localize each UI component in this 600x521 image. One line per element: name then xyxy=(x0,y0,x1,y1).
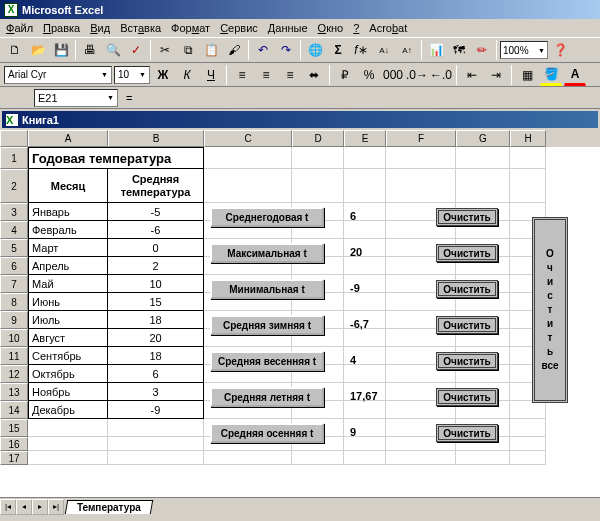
cell-H16[interactable] xyxy=(510,437,546,451)
cell-B4[interactable]: -6 xyxy=(108,221,204,239)
cell-E4[interactable] xyxy=(344,221,386,239)
cell-C2[interactable] xyxy=(204,169,292,203)
cell-H1[interactable] xyxy=(510,147,546,169)
sheet-tab[interactable]: Температура xyxy=(65,500,153,514)
cell-B6[interactable]: 2 xyxy=(108,257,204,275)
cell-B8[interactable]: 15 xyxy=(108,293,204,311)
cell-D17[interactable] xyxy=(292,451,344,465)
spell-icon[interactable]: ✓ xyxy=(125,39,147,61)
cell-F2[interactable] xyxy=(386,169,456,203)
calc-button-2[interactable]: Минимальная t xyxy=(210,279,324,299)
col-E[interactable]: E xyxy=(344,130,386,147)
menu-tools[interactable]: Сервис xyxy=(220,22,258,34)
help-icon[interactable]: ❓ xyxy=(549,39,571,61)
clear-button-5[interactable]: Очистить xyxy=(436,388,498,406)
cell-G2[interactable] xyxy=(456,169,510,203)
row-head-9[interactable]: 9 xyxy=(0,311,28,329)
dec-decimal-icon[interactable]: ←.0 xyxy=(430,64,452,86)
row-head-6[interactable]: 6 xyxy=(0,257,28,275)
hyperlink-icon[interactable]: 🌐 xyxy=(304,39,326,61)
name-box[interactable]: E21▼ xyxy=(34,89,118,107)
cell-A3[interactable]: Январь xyxy=(28,203,108,221)
new-icon[interactable]: 🗋 xyxy=(4,39,26,61)
cell-B13[interactable]: 3 xyxy=(108,383,204,401)
fx-icon[interactable]: f∗ xyxy=(350,39,372,61)
row-head-13[interactable]: 13 xyxy=(0,383,28,401)
cell-H15[interactable] xyxy=(510,419,546,437)
merge-icon[interactable]: ⬌ xyxy=(303,64,325,86)
cell-B14[interactable]: -9 xyxy=(108,401,204,419)
col-A[interactable]: A xyxy=(28,130,108,147)
cell-A5[interactable]: Март xyxy=(28,239,108,257)
tab-next-icon[interactable]: ▸ xyxy=(32,499,48,515)
row-head-10[interactable]: 10 xyxy=(0,329,28,347)
cell-A12[interactable]: Октябрь xyxy=(28,365,108,383)
cell-H17[interactable] xyxy=(510,451,546,465)
col-H[interactable]: H xyxy=(510,130,546,147)
menu-acrobat[interactable]: Acrobat xyxy=(369,22,407,34)
cell-C17[interactable] xyxy=(204,451,292,465)
cell-B16[interactable] xyxy=(108,437,204,451)
cell-E14[interactable] xyxy=(344,401,386,419)
save-icon[interactable]: 💾 xyxy=(50,39,72,61)
row-head-17[interactable]: 17 xyxy=(0,451,28,465)
row-head-11[interactable]: 11 xyxy=(0,347,28,365)
row-head-15[interactable]: 15 xyxy=(0,419,28,437)
bold-icon[interactable]: Ж xyxy=(152,64,174,86)
zoom-combo[interactable]: 100%▼ xyxy=(500,41,548,59)
tab-last-icon[interactable]: ▸| xyxy=(48,499,64,515)
paste-icon[interactable]: 📋 xyxy=(200,39,222,61)
cell-B17[interactable] xyxy=(108,451,204,465)
select-all-corner[interactable] xyxy=(0,130,28,147)
col-D[interactable]: D xyxy=(292,130,344,147)
cell-B5[interactable]: 0 xyxy=(108,239,204,257)
equals-button[interactable]: = xyxy=(126,92,132,104)
cell-A1[interactable]: Годовая температура xyxy=(28,147,204,169)
menu-insert[interactable]: Вставка xyxy=(120,22,161,34)
fill-color-icon[interactable]: 🪣 xyxy=(540,64,562,86)
undo-icon[interactable]: ↶ xyxy=(252,39,274,61)
cell-A13[interactable]: Ноябрь xyxy=(28,383,108,401)
cell-D2[interactable] xyxy=(292,169,344,203)
row-head-12[interactable]: 12 xyxy=(0,365,28,383)
inc-decimal-icon[interactable]: .0→ xyxy=(406,64,428,86)
cell-A9[interactable]: Июль xyxy=(28,311,108,329)
col-C[interactable]: C xyxy=(204,130,292,147)
preview-icon[interactable]: 🔍 xyxy=(102,39,124,61)
cell-D1[interactable] xyxy=(292,147,344,169)
calc-button-6[interactable]: Средняя осенняя t xyxy=(210,423,324,443)
cell-E6[interactable] xyxy=(344,257,386,275)
format-painter-icon[interactable]: 🖌 xyxy=(223,39,245,61)
menu-file[interactable]: Файл xyxy=(6,22,33,34)
inc-indent-icon[interactable]: ⇥ xyxy=(485,64,507,86)
sum-icon[interactable]: Σ xyxy=(327,39,349,61)
row-head-5[interactable]: 5 xyxy=(0,239,28,257)
clear-button-2[interactable]: Очистить xyxy=(436,280,498,298)
cell-B9[interactable]: 18 xyxy=(108,311,204,329)
cell-A10[interactable]: Август xyxy=(28,329,108,347)
cell-A14[interactable]: Декабрь xyxy=(28,401,108,419)
sort-asc-icon[interactable]: A↓ xyxy=(373,39,395,61)
cell-B3[interactable]: -5 xyxy=(108,203,204,221)
fontsize-combo[interactable]: 10▼ xyxy=(114,66,150,84)
cell-F17[interactable] xyxy=(386,451,456,465)
row-head-4[interactable]: 4 xyxy=(0,221,28,239)
map-icon[interactable]: 🗺 xyxy=(448,39,470,61)
open-icon[interactable]: 📂 xyxy=(27,39,49,61)
row-head-16[interactable]: 16 xyxy=(0,437,28,451)
align-left-icon[interactable]: ≡ xyxy=(231,64,253,86)
copy-icon[interactable]: ⧉ xyxy=(177,39,199,61)
cell-A16[interactable] xyxy=(28,437,108,451)
underline-icon[interactable]: Ч xyxy=(200,64,222,86)
col-G[interactable]: G xyxy=(456,130,510,147)
calc-button-0[interactable]: Среднегодовая t xyxy=(210,207,324,227)
clear-button-6[interactable]: Очистить xyxy=(436,424,498,442)
row-head-8[interactable]: 8 xyxy=(0,293,28,311)
calc-button-1[interactable]: Максимальная t xyxy=(210,243,324,263)
cell-B7[interactable]: 10 xyxy=(108,275,204,293)
menu-window[interactable]: Окно xyxy=(318,22,344,34)
tab-first-icon[interactable]: |◂ xyxy=(0,499,16,515)
clear-button-3[interactable]: Очистить xyxy=(436,316,498,334)
calc-button-5[interactable]: Средняя летняя t xyxy=(210,387,324,407)
cell-E1[interactable] xyxy=(344,147,386,169)
